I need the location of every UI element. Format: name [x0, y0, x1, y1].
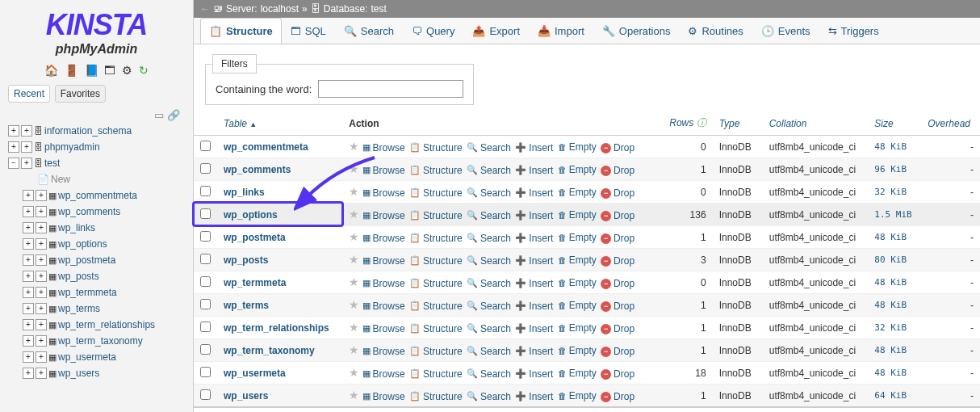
- row-checkbox[interactable]: [200, 254, 211, 264]
- table-name-link[interactable]: wp_usermeta: [224, 368, 286, 379]
- empty-action[interactable]: 🗑Empty: [558, 390, 597, 401]
- table-name-link[interactable]: wp_links: [224, 187, 265, 198]
- favorite-star-icon[interactable]: ★: [349, 343, 359, 356]
- expand-icon[interactable]: +: [23, 287, 34, 298]
- table-link[interactable]: wp_terms: [58, 301, 100, 317]
- tab-favorites[interactable]: Favorites: [55, 85, 106, 103]
- col-overhead[interactable]: Overhead: [921, 111, 980, 136]
- table-link[interactable]: wp_postmeta: [58, 252, 115, 268]
- expand-icon[interactable]: +: [23, 319, 34, 330]
- browse-action[interactable]: ▦Browse: [362, 187, 405, 199]
- tab-export[interactable]: 📤Export: [463, 18, 529, 44]
- tab-recent[interactable]: Recent: [8, 85, 50, 103]
- table-link[interactable]: wp_usermeta: [58, 349, 116, 365]
- empty-action[interactable]: 🗑Empty: [558, 300, 597, 311]
- search-action[interactable]: 🔍Search: [467, 233, 511, 244]
- row-checkbox[interactable]: [200, 141, 211, 151]
- row-checkbox[interactable]: [200, 163, 211, 174]
- row-checkbox[interactable]: [200, 186, 211, 196]
- row-checkbox[interactable]: [200, 276, 211, 287]
- insert-action[interactable]: ➕Insert: [515, 278, 553, 289]
- table-link[interactable]: wp_users: [58, 365, 99, 381]
- expand2-icon[interactable]: +: [36, 351, 47, 363]
- table-link[interactable]: wp_termmeta: [58, 284, 117, 301]
- tab-structure[interactable]: 📋Structure: [200, 18, 282, 44]
- insert-action[interactable]: ➕Insert: [515, 255, 553, 267]
- table-name-link[interactable]: wp_postmeta: [224, 232, 286, 243]
- insert-action[interactable]: ➕Insert: [515, 368, 553, 380]
- row-checkbox[interactable]: [200, 299, 211, 309]
- table-name-link[interactable]: wp_terms: [224, 300, 269, 311]
- row-size[interactable]: 48 KiB: [868, 136, 921, 158]
- favorite-star-icon[interactable]: ★: [349, 185, 359, 198]
- empty-action[interactable]: 🗑Empty: [558, 232, 597, 243]
- browse-action[interactable]: ▦Browse: [362, 301, 405, 312]
- table-link[interactable]: wp_term_relationships: [58, 317, 155, 333]
- tab-triggers[interactable]: ⇆Triggers: [819, 18, 888, 44]
- row-size[interactable]: 48 KiB: [868, 226, 921, 249]
- empty-action[interactable]: 🗑Empty: [558, 254, 597, 266]
- row-size[interactable]: 80 KiB: [868, 249, 921, 271]
- table-link[interactable]: wp_commentmeta: [58, 187, 137, 204]
- structure-action[interactable]: 📋Structure: [409, 255, 463, 267]
- new-table-link[interactable]: New: [51, 171, 70, 187]
- empty-action[interactable]: 🗑Empty: [558, 277, 597, 288]
- table-name-link[interactable]: wp_posts: [224, 254, 268, 266]
- tab-events[interactable]: 🕒Events: [752, 18, 819, 44]
- insert-action[interactable]: ➕Insert: [515, 165, 553, 176]
- browse-action[interactable]: ▦Browse: [362, 391, 405, 402]
- expand2-icon[interactable]: +: [21, 141, 32, 153]
- expand-icon[interactable]: +: [23, 335, 34, 347]
- favorite-star-icon[interactable]: ★: [349, 162, 359, 175]
- row-size[interactable]: 48 KiB: [868, 339, 921, 362]
- row-size[interactable]: 96 KiB: [868, 158, 921, 181]
- browse-action[interactable]: ▦Browse: [362, 255, 405, 267]
- structure-action[interactable]: 📋Structure: [409, 323, 463, 334]
- row-size[interactable]: 48 KiB: [868, 362, 921, 385]
- expand-icon[interactable]: +: [23, 206, 34, 217]
- structure-action[interactable]: 📋Structure: [409, 165, 463, 176]
- insert-action[interactable]: ➕Insert: [515, 301, 553, 312]
- expand-icon[interactable]: +: [23, 351, 34, 363]
- docs-icon[interactable]: 📘: [85, 64, 98, 77]
- insert-action[interactable]: ➕Insert: [515, 233, 553, 244]
- favorite-star-icon[interactable]: ★: [349, 321, 359, 334]
- tab-sql[interactable]: 🗔SQL: [282, 18, 335, 44]
- expand-icon[interactable]: +: [23, 222, 34, 233]
- search-action[interactable]: 🔍Search: [467, 368, 511, 380]
- col-table[interactable]: Table ▲: [217, 111, 342, 136]
- search-action[interactable]: 🔍Search: [467, 391, 511, 402]
- structure-action[interactable]: 📋Structure: [409, 278, 463, 289]
- insert-action[interactable]: ➕Insert: [515, 210, 553, 221]
- expand2-icon[interactable]: +: [36, 287, 47, 298]
- tab-routines[interactable]: ⚙Routines: [679, 18, 752, 44]
- row-checkbox[interactable]: [200, 389, 211, 400]
- empty-action[interactable]: 🗑Empty: [558, 164, 597, 175]
- table-name-link[interactable]: wp_term_taxonomy: [224, 345, 315, 356]
- browse-action[interactable]: ▦Browse: [362, 233, 405, 244]
- search-action[interactable]: 🔍Search: [467, 278, 511, 289]
- search-action[interactable]: 🔍Search: [467, 323, 511, 334]
- expand2-icon[interactable]: +: [36, 254, 47, 266]
- row-checkbox[interactable]: [200, 208, 211, 219]
- reload-icon[interactable]: ↻: [139, 64, 149, 77]
- drop-action[interactable]: −Drop: [601, 346, 634, 357]
- expand-icon[interactable]: +: [23, 368, 34, 379]
- browse-action[interactable]: ▦Browse: [362, 278, 405, 289]
- empty-action[interactable]: 🗑Empty: [558, 187, 597, 198]
- expand2-icon[interactable]: +: [36, 319, 47, 330]
- insert-action[interactable]: ➕Insert: [515, 323, 553, 334]
- collapse-link-icons[interactable]: ▭ 🔗: [8, 107, 185, 123]
- expand-icon[interactable]: −: [8, 158, 19, 169]
- drop-action[interactable]: −Drop: [601, 278, 634, 289]
- db-link[interactable]: phpmyadmin: [44, 139, 100, 155]
- db-link[interactable]: information_schema: [44, 123, 132, 139]
- favorite-star-icon[interactable]: ★: [349, 208, 359, 221]
- expand2-icon[interactable]: +: [36, 335, 47, 347]
- empty-action[interactable]: 🗑Empty: [558, 209, 597, 221]
- expand2-icon[interactable]: +: [36, 271, 47, 282]
- table-name-link[interactable]: wp_commentmeta: [224, 141, 308, 153]
- col-rows[interactable]: Rows ⓘ: [660, 111, 713, 136]
- server-link[interactable]: localhost: [261, 3, 299, 15]
- row-checkbox[interactable]: [200, 367, 211, 377]
